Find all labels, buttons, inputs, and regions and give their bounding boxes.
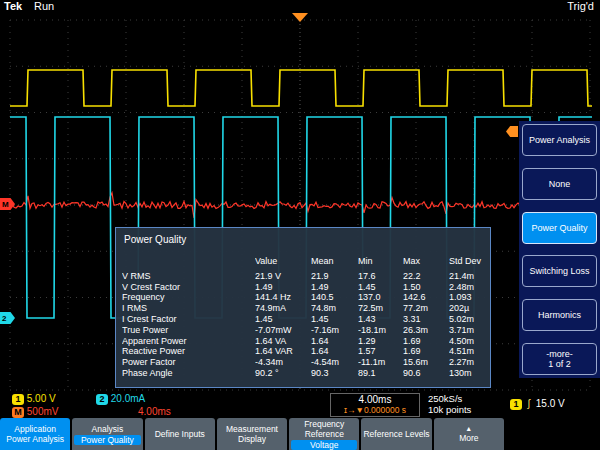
math-scale: 500mV bbox=[27, 406, 59, 417]
table-cell: 22.2 bbox=[403, 271, 449, 282]
up-arrow-icon: ▲ bbox=[434, 425, 504, 433]
power-analysis-menu: Power Analysis None Power Quality Switch… bbox=[519, 121, 600, 378]
table-cell: 1.43 bbox=[358, 314, 403, 325]
table-cell: 1.45 bbox=[255, 314, 311, 325]
table-cell: 15.6m bbox=[403, 357, 449, 368]
table-cell: 2.27m bbox=[449, 357, 490, 368]
menu-button-label: Measurement Display bbox=[217, 424, 287, 444]
side-menu-title: Power Analysis bbox=[522, 124, 597, 156]
table-cell: 1.69 bbox=[403, 346, 449, 357]
menu-button-application[interactable]: Application Power Analysis bbox=[0, 418, 70, 450]
table-cell: 90.3 bbox=[311, 368, 358, 379]
record-length: 10k points bbox=[428, 404, 471, 415]
table-header-cell: Value bbox=[255, 256, 311, 271]
menu-item-more-page: 1 of 2 bbox=[524, 359, 595, 369]
trigger-readout: 1 ʃ 15.0 V bbox=[510, 398, 565, 410]
table-row-name: Reactive Power bbox=[122, 346, 255, 357]
table-header-cell: Min bbox=[358, 256, 403, 271]
table-cell: 1.57 bbox=[358, 346, 403, 357]
math-readout: M 500mV bbox=[12, 406, 58, 418]
menu-item-more-label: -more- bbox=[524, 349, 595, 359]
table-cell: 26.3m bbox=[403, 325, 449, 336]
table-row-name: I Crest Factor bbox=[122, 314, 255, 325]
table-header-cell: Std Dev bbox=[449, 256, 490, 271]
trigger-position-value: 0.000000 s bbox=[364, 405, 406, 415]
trigger-level: 15.0 V bbox=[536, 398, 565, 409]
table-cell: 90.6 bbox=[403, 368, 449, 379]
channel-1-readout: 1 5.00 V bbox=[12, 393, 56, 405]
table-cell: 74.9mA bbox=[255, 303, 311, 314]
table-row-name: Phase Angle bbox=[122, 368, 255, 379]
table-cell: 21.9 V bbox=[255, 271, 311, 282]
table-cell: -11.1m bbox=[358, 357, 403, 368]
table-row-name: True Power bbox=[122, 325, 255, 336]
menu-button-value: Power Analysis bbox=[0, 434, 70, 444]
table-cell: 74.8m bbox=[311, 303, 358, 314]
table-cell: -18.1m bbox=[358, 325, 403, 336]
table-cell: -7.16m bbox=[311, 325, 358, 336]
table-cell: 1.50 bbox=[403, 282, 449, 293]
trigger-position-prefix-icon: ɪ→▼ bbox=[344, 405, 364, 415]
table-row-name: I RMS bbox=[122, 303, 255, 314]
table-row-name: V Crest Factor bbox=[122, 282, 255, 293]
table-row-name: Frequency bbox=[122, 292, 255, 303]
channel-1-scale: 5.00 V bbox=[27, 393, 56, 404]
table-cell: 3.31 bbox=[403, 314, 449, 325]
power-quality-table: Power Quality ValueMeanMinMaxStd DevV RM… bbox=[115, 227, 491, 388]
table-cell: 1.64 VAR bbox=[255, 346, 311, 357]
menu-button-value: Voltage bbox=[291, 440, 357, 450]
table-cell: 1.29 bbox=[358, 336, 403, 347]
menu-button-define-inputs[interactable]: Define Inputs bbox=[145, 418, 215, 450]
table-cell: 77.2m bbox=[403, 303, 449, 314]
menu-item-none[interactable]: None bbox=[522, 168, 597, 200]
trigger-source-badge: 1 bbox=[510, 399, 522, 410]
table-grid: ValueMeanMinMaxStd DevV RMS21.9 V21.917.… bbox=[122, 256, 484, 379]
channel-2-readout: 2 20.0mA bbox=[96, 393, 145, 405]
horizontal-readout: 4.00ms ɪ→▼0.000000 s bbox=[330, 393, 420, 417]
bottom-status-bar: 1 5.00 V 2 20.0mA M 500mV 4.00ms 4.00ms … bbox=[0, 392, 600, 418]
table-row-name: Apparent Power bbox=[122, 336, 255, 347]
table-cell: 130m bbox=[449, 368, 490, 379]
table-header-cell: Mean bbox=[311, 256, 358, 271]
table-cell: 1.49 bbox=[255, 282, 311, 293]
table-cell: 1.45 bbox=[311, 314, 358, 325]
channel-2-scale: 20.0mA bbox=[111, 393, 145, 404]
sample-rate: 250kS/s bbox=[428, 393, 471, 404]
bottom-menu-bar: Application Power Analysis Analysis Powe… bbox=[0, 418, 504, 450]
table-cell: 3.71m bbox=[449, 325, 490, 336]
table-cell: 2.48m bbox=[449, 282, 490, 293]
table-cell: 21.9 bbox=[311, 271, 358, 282]
table-cell: 90.2 ° bbox=[255, 368, 311, 379]
table-title: Power Quality bbox=[124, 234, 484, 245]
top-status-bar: Tek Run Trig'd bbox=[0, 0, 600, 14]
menu-item-more[interactable]: -more- 1 of 2 bbox=[522, 343, 597, 375]
channel-1-badge: 1 bbox=[12, 394, 24, 405]
menu-item-harmonics[interactable]: Harmonics bbox=[522, 299, 597, 331]
menu-button-label: Reference Levels bbox=[361, 429, 431, 439]
table-cell: 4.51m bbox=[449, 346, 490, 357]
menu-button-analysis[interactable]: Analysis Power Quality bbox=[72, 418, 142, 450]
menu-item-power-quality[interactable]: Power Quality bbox=[522, 212, 597, 244]
menu-item-switching-loss[interactable]: Switching Loss bbox=[522, 255, 597, 287]
menu-button-reference-levels[interactable]: Reference Levels bbox=[361, 418, 431, 450]
table-header-cell: Max bbox=[403, 256, 449, 271]
menu-button-label: Define Inputs bbox=[145, 429, 215, 439]
table-cell: -4.54m bbox=[311, 357, 358, 368]
table-cell: 1.69 bbox=[403, 336, 449, 347]
table-cell: 1.49 bbox=[311, 282, 358, 293]
menu-button-measurement-display[interactable]: Measurement Display bbox=[217, 418, 287, 450]
table-cell: 1.64 bbox=[311, 336, 358, 347]
channel-2-badge: 2 bbox=[96, 394, 108, 405]
table-cell: 1.64 bbox=[311, 346, 358, 357]
table-cell: 1.45 bbox=[358, 282, 403, 293]
table-row-name: Power Factor bbox=[122, 357, 255, 368]
table-header-cell bbox=[122, 256, 255, 271]
menu-button-more[interactable]: ▲ More bbox=[434, 418, 504, 450]
menu-button-label: Frequency Reference bbox=[289, 419, 359, 439]
table-cell: -4.34m bbox=[255, 357, 311, 368]
table-cell: 1.64 VA bbox=[255, 336, 311, 347]
trigger-status: Trig'd bbox=[567, 0, 594, 12]
table-cell: 72.5m bbox=[358, 303, 403, 314]
menu-button-frequency-reference[interactable]: Frequency Reference Voltage bbox=[289, 418, 359, 450]
table-cell: 202µ bbox=[449, 303, 490, 314]
